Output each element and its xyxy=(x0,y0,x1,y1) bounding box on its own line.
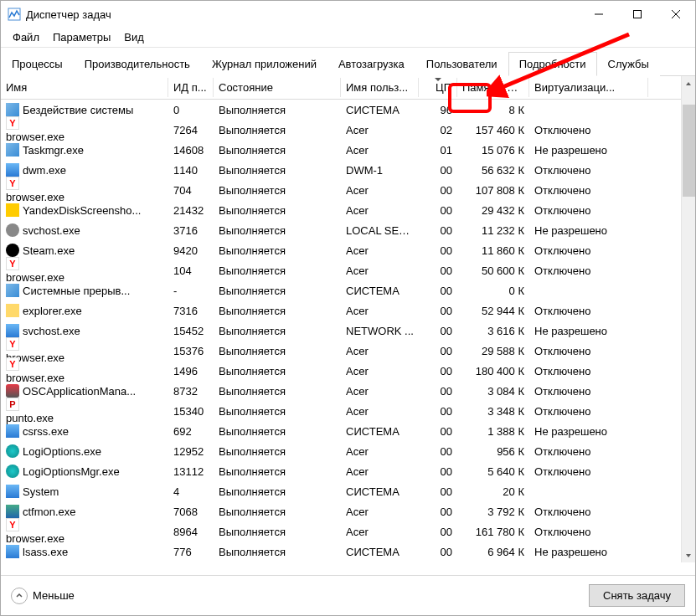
table-row[interactable]: browser.exe704ВыполняетсяAcer00107 808 К… xyxy=(1,180,695,200)
tab-bar: Процессы Производительность Журнал прило… xyxy=(1,51,695,76)
process-user: СИСТЕМА xyxy=(341,285,419,297)
process-virtualization: Отключено xyxy=(529,385,648,398)
process-state: Выполняется xyxy=(214,385,341,398)
tab-processes[interactable]: Процессы xyxy=(1,52,74,76)
fewer-details-button[interactable]: Меньше xyxy=(11,588,75,604)
process-state: Выполняется xyxy=(214,506,341,518)
process-user: Acer xyxy=(341,345,419,357)
process-name: browser.exe xyxy=(6,372,64,384)
tab-app-history[interactable]: Журнал приложений xyxy=(201,52,327,76)
column-header-id[interactable]: ИД п... xyxy=(168,78,214,97)
column-header-user[interactable]: Имя польз... xyxy=(341,78,419,97)
process-state: Выполняется xyxy=(214,485,341,498)
table-row[interactable]: Системные прерыв...-ВыполняетсяСИСТЕМА00… xyxy=(1,280,695,300)
column-header-virtualization[interactable]: Виртуализаци... xyxy=(529,78,648,97)
process-icon xyxy=(6,444,19,458)
process-name: browser.exe xyxy=(6,271,64,284)
process-name: svchost.exe xyxy=(23,325,80,337)
table-row[interactable]: punto.exe15340ВыполняетсяAcer003 348 КОт… xyxy=(1,401,695,421)
table-row[interactable]: browser.exe104ВыполняетсяAcer0050 600 КО… xyxy=(1,260,695,280)
process-state: Выполняется xyxy=(214,425,341,438)
table-row[interactable]: browser.exe7264ВыполняетсяAcer02157 460 … xyxy=(1,120,695,140)
process-memory: 52 944 К xyxy=(457,305,529,317)
vertical-scrollbar[interactable] xyxy=(681,76,695,562)
table-row[interactable]: csrss.exe692ВыполняетсяСИСТЕМА001 388 КН… xyxy=(1,421,695,441)
maximize-button[interactable] xyxy=(618,1,657,28)
process-memory: 11 860 К xyxy=(457,244,529,257)
process-id: 14608 xyxy=(168,144,214,157)
menu-options[interactable]: Параметры xyxy=(46,29,117,45)
table-row[interactable]: lsass.exe776ВыполняетсяСИСТЕМА006 964 КН… xyxy=(1,542,695,562)
process-virtualization: Не разрешено xyxy=(529,546,648,558)
process-name: browser.exe xyxy=(6,131,64,143)
process-cpu: 00 xyxy=(419,405,457,418)
process-id: 692 xyxy=(168,425,214,438)
menu-file[interactable]: Файл xyxy=(6,29,46,45)
process-virtualization: Не разрешено xyxy=(529,224,648,237)
scroll-down-icon[interactable] xyxy=(682,548,695,562)
process-icon xyxy=(6,257,19,270)
scroll-track[interactable] xyxy=(682,90,695,548)
scroll-up-icon[interactable] xyxy=(682,76,695,90)
scroll-thumb[interactable] xyxy=(683,105,695,197)
process-state: Выполняется xyxy=(214,546,341,558)
process-user: Acer xyxy=(341,385,419,398)
process-name: Бездействие системы xyxy=(23,104,133,116)
process-name: browser.exe xyxy=(6,191,64,203)
process-icon xyxy=(6,545,19,558)
process-virtualization: Не разрешено xyxy=(529,325,648,337)
close-button[interactable] xyxy=(657,1,695,28)
process-cpu: 02 xyxy=(419,124,457,136)
process-id: 1496 xyxy=(168,365,214,377)
table-row[interactable]: YandexDiskScreensho...21432ВыполняетсяAc… xyxy=(1,200,695,220)
chevron-up-icon xyxy=(11,588,28,604)
process-state: Выполняется xyxy=(214,465,341,478)
process-cpu: 01 xyxy=(419,144,457,157)
process-cpu: 00 xyxy=(419,526,457,538)
process-user: СИСТЕМА xyxy=(341,425,419,438)
minimize-button[interactable] xyxy=(580,1,618,28)
process-state: Выполняется xyxy=(214,445,341,458)
process-state: Выполняется xyxy=(214,224,341,237)
tab-startup[interactable]: Автозагрузка xyxy=(327,52,415,76)
end-task-button[interactable]: Снять задачу xyxy=(589,584,685,607)
process-cpu: 00 xyxy=(419,385,457,398)
process-user: СИСТЕМА xyxy=(341,104,419,116)
column-header-state[interactable]: Состояние xyxy=(214,78,341,97)
table-row[interactable]: LogiOptionsMgr.exe13112ВыполняетсяAcer00… xyxy=(1,461,695,481)
process-icon xyxy=(6,223,19,237)
process-memory: 5 640 К xyxy=(457,465,529,478)
tab-services[interactable]: Службы xyxy=(597,52,660,76)
process-user: DWM-1 xyxy=(341,164,419,177)
process-id: 12952 xyxy=(168,445,214,458)
table-row[interactable]: svchost.exe3716ВыполняетсяLOCAL SER...00… xyxy=(1,220,695,240)
table-row[interactable]: browser.exe1496ВыполняетсяAcer00180 400 … xyxy=(1,361,695,381)
process-user: Acer xyxy=(341,526,419,538)
column-header-name[interactable]: Имя xyxy=(1,78,168,97)
process-name: Системные прерыв... xyxy=(23,285,130,297)
column-header-cpu[interactable]: ЦП xyxy=(419,78,457,97)
titlebar: Диспетчер задач xyxy=(1,1,695,28)
svg-marker-5 xyxy=(686,82,691,85)
table-row[interactable]: explorer.exe7316ВыполняетсяAcer0052 944 … xyxy=(1,300,695,321)
table-row[interactable]: browser.exe8964ВыполняетсяAcer00161 780 … xyxy=(1,521,695,542)
process-icon xyxy=(6,518,19,531)
menu-view[interactable]: Вид xyxy=(117,29,151,45)
table-row[interactable]: Taskmgr.exe14608ВыполняетсяAcer0115 076 … xyxy=(1,140,695,160)
table-row[interactable]: LogiOptions.exe12952ВыполняетсяAcer00956… xyxy=(1,441,695,461)
process-id: 7264 xyxy=(168,124,214,136)
process-cpu: 96 xyxy=(419,104,457,116)
process-state: Выполняется xyxy=(214,144,341,157)
process-virtualization: Не разрешено xyxy=(529,144,648,157)
tab-performance[interactable]: Производительность xyxy=(74,52,201,76)
process-id: 21432 xyxy=(168,204,214,217)
process-id: 9420 xyxy=(168,244,214,257)
tab-details[interactable]: Подробности xyxy=(508,52,597,76)
process-cpu: 00 xyxy=(419,345,457,357)
process-state: Выполняется xyxy=(214,244,341,257)
tab-users[interactable]: Пользователи xyxy=(415,52,508,76)
process-user: Acer xyxy=(341,405,419,418)
process-icon xyxy=(6,485,19,498)
column-header-memory[interactable]: Память (ак... xyxy=(457,78,529,97)
table-row[interactable]: System4ВыполняетсяСИСТЕМА0020 К xyxy=(1,481,695,501)
